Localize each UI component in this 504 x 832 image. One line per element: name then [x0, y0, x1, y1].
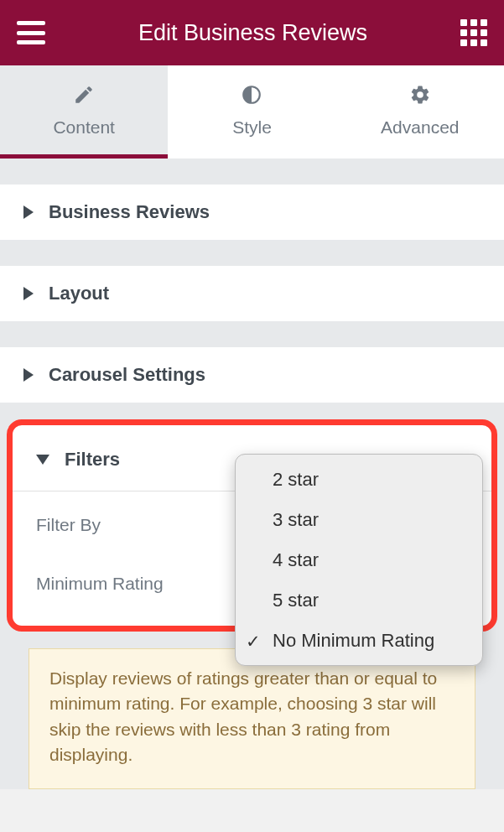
tab-style[interactable]: Style: [168, 65, 335, 159]
chevron-right-icon: [23, 287, 34, 300]
tabs-bar: Content Style Advanced: [0, 65, 504, 159]
app-header: Edit Business Reviews: [0, 0, 504, 65]
option-label: 4 star: [273, 549, 319, 570]
chevron-down-icon: [36, 455, 49, 465]
option-label: No Minimum Rating: [273, 630, 434, 651]
menu-icon[interactable]: [17, 21, 45, 44]
dropdown-option[interactable]: 4 star: [236, 540, 482, 580]
hint-text: Display reviews of ratings greater than …: [49, 668, 437, 764]
tab-label: Content: [53, 117, 115, 138]
section-layout[interactable]: Layout: [0, 265, 504, 321]
check-icon: ✓: [246, 629, 261, 654]
dropdown-option-selected[interactable]: ✓ No Minimum Rating: [236, 621, 482, 661]
section-carousel-settings[interactable]: Carousel Settings: [0, 346, 504, 403]
dropdown-option[interactable]: 5 star: [236, 580, 482, 621]
gear-icon: [409, 84, 431, 106]
minimum-rating-dropdown[interactable]: 2 star 3 star 4 star 5 star ✓ No Minimum…: [235, 454, 483, 666]
option-label: 3 star: [273, 509, 319, 530]
dropdown-option[interactable]: 2 star: [236, 460, 482, 500]
tab-label: Advanced: [381, 117, 459, 138]
tab-label: Style: [232, 117, 272, 138]
filters-highlight: Filters Filter By Minimum Rating 2 star …: [7, 419, 497, 632]
tab-advanced[interactable]: Advanced: [336, 65, 504, 159]
apps-grid-icon[interactable]: [460, 19, 487, 46]
section-label: Carousel Settings: [49, 364, 205, 386]
section-label: Business Reviews: [49, 201, 210, 223]
dropdown-option[interactable]: 3 star: [236, 500, 482, 540]
chevron-right-icon: [23, 205, 34, 219]
minimum-rating-hint: Display reviews of ratings greater than …: [29, 648, 475, 789]
section-label: Layout: [49, 283, 109, 304]
contrast-icon: [241, 84, 262, 106]
tab-content[interactable]: Content: [0, 65, 168, 159]
section-business-reviews[interactable]: Business Reviews: [0, 184, 504, 240]
section-label: Filters: [65, 449, 120, 471]
page-title: Edit Business Reviews: [45, 20, 460, 46]
option-label: 5 star: [273, 590, 319, 611]
option-label: 2 star: [273, 469, 319, 490]
sections-container: Business Reviews Layout Carousel Setting…: [0, 159, 504, 789]
pencil-icon: [73, 84, 95, 106]
chevron-right-icon: [23, 368, 34, 382]
